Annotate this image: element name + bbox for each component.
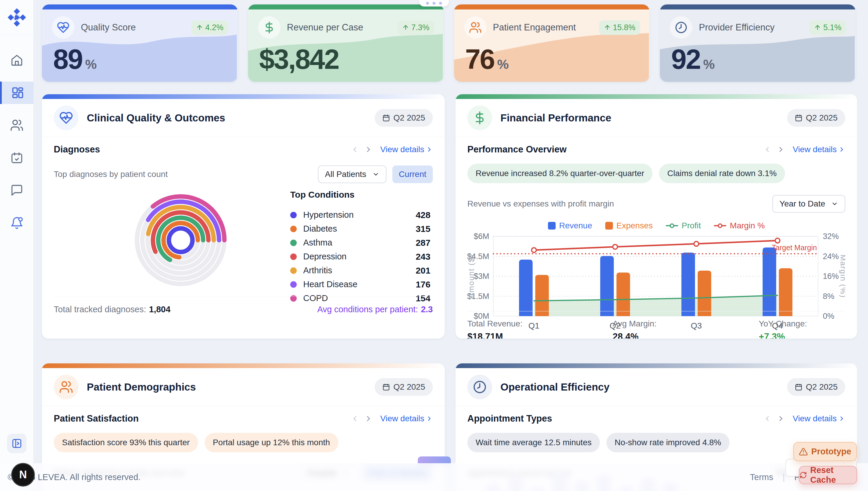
panel-accent-bar [456,364,857,368]
chat-bubble-icon [10,184,23,197]
kpi-accent-bar [454,4,650,9]
section-row: Patient Satisfaction View details [54,413,433,424]
dashboard-grid-icon [11,86,24,99]
insight-badge: No-show rate improved 4.8% [607,433,730,452]
kpi-card-provider-efficiency: Provider Efficiency 5.1% 92% [660,4,856,82]
calendar-icon [795,114,802,122]
chevron-right-icon[interactable] [364,145,373,154]
sidebar-item-home[interactable] [0,49,33,71]
period-badge: Q2 2025 [787,378,845,396]
total-diagnoses-value: 1,804 [149,305,170,314]
chevron-right-icon [838,415,845,422]
sidebar-item-messages[interactable] [0,179,33,201]
patients-filter-select[interactable]: All Patients [318,166,386,183]
kpi-head: Revenue per Case 7.3% [258,16,434,39]
chart-subtitle: Top diagnoses by patient count [54,170,168,179]
demographics-badges: Satisfaction score 93% this quarterPorta… [54,433,433,452]
kpi-accent-bar [248,4,444,9]
dot-icon [426,2,429,5]
kpi-value: 76% [465,44,509,75]
condition-color-dot [290,267,297,274]
legend-item[interactable]: Profit [666,221,701,230]
subtitle-row: Top diagnoses by patient count All Patie… [54,166,433,183]
svg-text:Amount ($): Amount ($) [467,254,476,298]
avg-conditions-stat: Avg conditions per patient:2.3 [317,305,433,314]
kpi-value: 92% [671,44,715,75]
chevron-right-icon[interactable] [364,414,373,423]
financial-stat: Avg Margin: 28.4% [613,319,759,339]
view-details-link[interactable]: View details [380,145,433,154]
kpi-head: Quality Score 4.2% [52,16,228,39]
chevron-left-icon[interactable] [763,145,771,154]
refresh-icon [800,471,807,479]
condition-row: Asthma 287 [290,236,430,250]
chevron-left-icon[interactable] [351,414,359,423]
date-range-select[interactable]: Year to Date [772,195,845,213]
chevron-right-icon[interactable] [777,414,785,423]
kpi-delta-badge: 7.3% [397,20,434,35]
kpi-card-patient-engagement: Patient Engagement 15.8% 76% [454,4,650,82]
view-details-link[interactable]: View details [380,414,433,423]
sidebar-item-patients[interactable] [0,114,33,137]
kpi-title: Quality Score [81,22,136,33]
stat-label: Total Revenue: [467,319,613,328]
arrow-up-icon [604,24,611,31]
kpi-head: Patient Engagement 15.8% [464,16,640,39]
condition-count: 428 [416,210,430,220]
svg-text:Target Margin: Target Margin [772,243,817,252]
chevron-right-icon[interactable] [777,145,785,154]
sidebar-item-dashboard[interactable] [0,82,33,104]
pager [351,145,373,154]
section-title: Patient Satisfaction [54,413,139,424]
terms-link[interactable]: Terms [750,472,773,482]
panel-title: Operational Efficiency [500,381,610,393]
section-row: Performance Overview View details [467,144,845,155]
view-details-link[interactable]: View details [793,145,845,154]
condition-row: Arthritis 201 [290,263,430,278]
legend-item[interactable]: Margin % [714,221,765,230]
sidebar-item-notifications[interactable] [0,211,33,234]
user-avatar[interactable]: N [11,463,35,487]
condition-row: Diabetes 315 [290,222,430,236]
current-chip[interactable]: Current [392,166,433,183]
condition-color-dot [290,226,297,232]
panel-header: Financial Performance Q2 2025 [456,99,857,137]
chart-legend: RevenueExpenses Profit Margin % [467,221,845,230]
legend-item[interactable]: Expenses [605,221,653,230]
period-badge: Q2 2025 [375,378,433,396]
page-dots-indicator[interactable] [419,0,449,6]
condition-name: Asthma [303,238,332,248]
period-badge: Q2 2025 [375,109,433,127]
sidebar [0,0,34,491]
clock-icon [467,375,492,399]
sidebar-collapse-button[interactable] [7,434,27,453]
panel-accent-bar [456,94,857,99]
chevron-left-icon[interactable] [763,414,771,423]
dollar-icon [258,16,280,39]
legend-item[interactable]: Revenue [548,221,592,230]
users-icon [464,16,487,39]
section-title: Performance Overview [467,144,566,155]
stat-label: Avg Margin: [613,319,759,328]
condition-count: 201 [416,266,430,276]
panel-body: Diagnoses View details Top diagnoses by … [42,137,445,305]
condition-color-dot [290,239,297,246]
section-row: Appointment Types View details [467,413,845,424]
panel-header: Operational Efficiency Q2 2025 [456,368,857,406]
radial-chart [132,192,229,290]
prototype-button[interactable]: Prototype [793,442,857,461]
chevron-left-icon[interactable] [351,145,359,154]
view-details-link[interactable]: View details [793,414,845,423]
legend-line-marker [714,223,726,229]
calendar-icon [382,383,390,391]
legend-swatch [548,222,556,230]
kpi-accent-bar [660,4,856,9]
sidebar-item-calendar[interactable] [0,147,33,169]
financial-badges: Revenue increased 8.2% quarter-over-quar… [467,164,845,183]
reset-cache-button[interactable]: Reset Cache [799,466,857,484]
condition-count: 287 [416,238,430,248]
legend-swatch [605,222,613,230]
clinical-footer-stats: Total tracked diagnoses: 1,804 Avg condi… [54,296,433,314]
app-logo[interactable] [0,0,33,35]
kpi-card-revenue-per-case: Revenue per Case 7.3% $3,842 [248,4,444,82]
